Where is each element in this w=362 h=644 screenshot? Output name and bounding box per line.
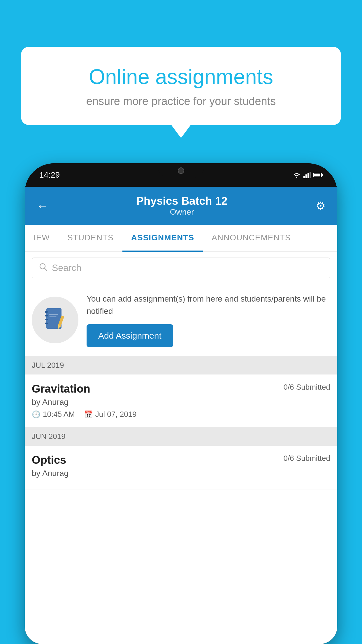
assignment-name-optics: Optics [32,454,66,466]
svg-rect-7 [314,174,320,176]
svg-line-9 [45,268,47,270]
assignment-date: 📅 Jul 07, 2019 [84,410,137,419]
assignment-by: by Anurag [32,398,330,407]
speech-bubble-subtitle: ensure more practice for your students [44,95,318,108]
info-card: You can add assignment(s) from here and … [25,284,337,356]
assignment-submitted: 0/6 Submitted [284,383,330,392]
svg-rect-15 [49,314,58,315]
section-header-jun: JUN 2019 [25,427,337,446]
assignment-meta: 🕙 10:45 AM 📅 Jul 07, 2019 [32,410,330,419]
header-title-area: Physics Batch 12 Owner [48,195,316,217]
header-subtitle: Owner [48,207,316,217]
info-description: You can add assignment(s) from here and … [87,293,330,317]
assignment-time-value: 10:45 AM [43,410,75,419]
assignment-date-value: Jul 07, 2019 [95,410,137,419]
assignment-by-optics: by Anurag [32,469,330,478]
signal-icon [303,172,311,178]
search-container: Search [25,252,337,284]
speech-bubble-title: Online assignments [44,64,318,89]
calendar-icon: 📅 [84,410,93,419]
notebook-icon-circle [32,297,78,343]
tab-assignments[interactable]: ASSIGNMENTS [122,225,203,252]
phone-frame: 14:29 [25,163,337,644]
svg-rect-12 [45,315,48,316]
section-header-jul: JUL 2019 [25,356,337,374]
app-header: ← Physics Batch 12 Owner ⚙ [25,187,337,225]
wifi-icon [292,172,301,178]
speech-bubble: Online assignments ensure more practice … [21,47,341,125]
speech-bubble-container: Online assignments ensure more practice … [21,47,341,125]
phone-screen: ← Physics Batch 12 Owner ⚙ IEW STUDENTS … [25,187,337,644]
info-text-area: You can add assignment(s) from here and … [87,293,330,347]
status-bar: 14:29 [25,163,337,187]
search-input[interactable]: Search [52,262,81,273]
svg-rect-1 [303,176,305,178]
search-bar[interactable]: Search [32,258,330,278]
svg-rect-4 [310,172,311,178]
assignment-time: 🕙 10:45 AM [32,410,75,419]
svg-rect-6 [321,174,323,176]
assignment-item-optics[interactable]: Optics 0/6 Submitted by Anurag [25,446,337,489]
settings-icon[interactable]: ⚙ [316,200,326,212]
phone-notch [158,163,204,178]
status-icons [292,172,323,178]
svg-rect-13 [45,319,48,320]
tab-iew[interactable]: IEW [25,225,59,251]
header-title: Physics Batch 12 [48,195,316,207]
status-time: 14:29 [39,170,60,180]
svg-rect-14 [45,323,48,324]
assignment-item-gravitation[interactable]: Gravitation 0/6 Submitted by Anurag 🕙 10… [25,374,337,427]
notebook-icon [43,307,67,333]
add-assignment-button[interactable]: Add Assignment [87,324,173,347]
svg-rect-11 [45,311,48,313]
svg-rect-16 [49,316,57,317]
assignment-name: Gravitation [32,383,90,395]
clock-icon: 🕙 [32,410,41,419]
search-icon [39,262,47,273]
battery-icon [313,172,323,178]
tab-announcements[interactable]: ANNOUNCEMENTS [203,225,299,251]
phone-camera [178,167,184,174]
svg-rect-2 [305,174,307,178]
svg-rect-3 [307,173,309,178]
tabs-bar: IEW STUDENTS ASSIGNMENTS ANNOUNCEMENTS [25,225,337,252]
tab-students[interactable]: STUDENTS [59,225,122,251]
assignment-submitted-optics: 0/6 Submitted [284,454,330,463]
back-button[interactable]: ← [36,199,48,212]
svg-point-0 [296,177,297,178]
assignment-top-row-optics: Optics 0/6 Submitted [32,454,330,466]
assignment-top-row: Gravitation 0/6 Submitted [32,383,330,395]
